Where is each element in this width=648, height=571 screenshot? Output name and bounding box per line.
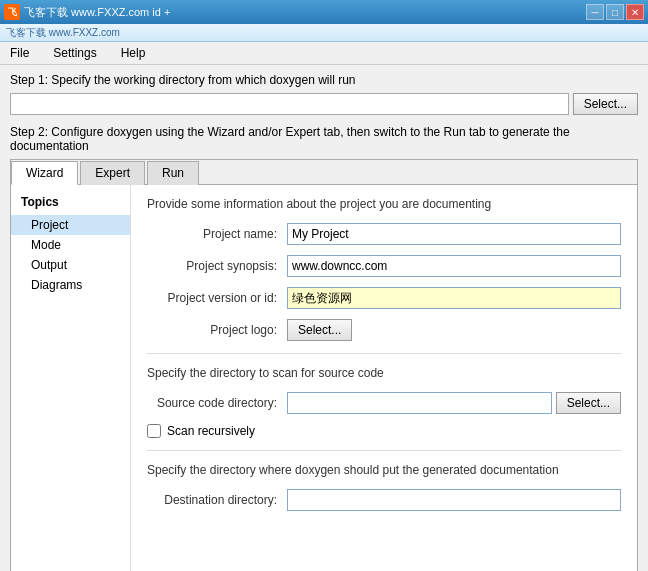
divider1: [147, 353, 621, 354]
project-name-row: Project name:: [147, 223, 621, 245]
step2-label: Step 2: Configure doxygen using the Wiza…: [10, 125, 638, 153]
section2-title: Specify the directory to scan for source…: [147, 366, 621, 380]
working-dir-select-btn[interactable]: Select...: [573, 93, 638, 115]
project-synopsis-label: Project synopsis:: [147, 259, 287, 273]
project-synopsis-row: Project synopsis:: [147, 255, 621, 277]
section1-title: Provide some information about the proje…: [147, 197, 621, 211]
project-name-label: Project name:: [147, 227, 287, 241]
sidebar-item-project[interactable]: Project: [11, 215, 130, 235]
dest-dir-input[interactable]: [287, 489, 621, 511]
menu-file[interactable]: File: [4, 44, 35, 62]
sidebar-item-diagrams[interactable]: Diagrams: [11, 275, 130, 295]
dest-dir-row: Destination directory:: [147, 489, 621, 511]
source-dir-row: Source code directory: Select...: [147, 392, 621, 414]
source-dir-label: Source code directory:: [147, 396, 287, 410]
wizard-panel: Provide some information about the proje…: [131, 185, 637, 571]
project-version-input[interactable]: [287, 287, 621, 309]
tab-run[interactable]: Run: [147, 161, 199, 185]
tab-wizard[interactable]: Wizard: [11, 161, 78, 185]
divider2: [147, 450, 621, 451]
sidebar-item-output[interactable]: Output: [11, 255, 130, 275]
tab-expert[interactable]: Expert: [80, 161, 145, 185]
source-dir-input[interactable]: [287, 392, 552, 414]
dest-dir-label: Destination directory:: [147, 493, 287, 507]
scan-recursive-row: Scan recursively: [147, 424, 621, 438]
project-version-row: Project version or id:: [147, 287, 621, 309]
minimize-btn[interactable]: ─: [586, 4, 604, 20]
scan-recursive-checkbox[interactable]: [147, 424, 161, 438]
title-bar: 飞 飞客下载 www.FXXZ.com id + ─ □ ✕: [0, 0, 648, 24]
source-dir-select-btn[interactable]: Select...: [556, 392, 621, 414]
menu-settings[interactable]: Settings: [47, 44, 102, 62]
app-icon: 飞: [4, 4, 20, 20]
scan-recursive-label: Scan recursively: [167, 424, 255, 438]
sidebar: Topics Project Mode Output Diagrams: [11, 185, 131, 571]
close-btn[interactable]: ✕: [626, 4, 644, 20]
sidebar-title: Topics: [11, 193, 130, 211]
project-logo-label: Project logo:: [147, 323, 287, 337]
menu-bar: File Settings Help: [0, 42, 648, 65]
menu-help[interactable]: Help: [115, 44, 152, 62]
maximize-btn[interactable]: □: [606, 4, 624, 20]
tab-bar: Wizard Expert Run: [11, 160, 637, 185]
window-title: 飞客下载 www.FXXZ.com id +: [24, 5, 170, 20]
project-logo-row: Project logo: Select...: [147, 319, 621, 341]
project-name-input[interactable]: [287, 223, 621, 245]
ad-bar: 飞客下载 www.FXXZ.com: [0, 24, 648, 42]
section3-title: Specify the directory where doxygen shou…: [147, 463, 621, 477]
project-logo-select-btn[interactable]: Select...: [287, 319, 352, 341]
project-version-label: Project version or id:: [147, 291, 287, 305]
step1-label: Step 1: Specify the working directory fr…: [10, 73, 638, 87]
project-synopsis-input[interactable]: [287, 255, 621, 277]
sidebar-item-mode[interactable]: Mode: [11, 235, 130, 255]
working-dir-input[interactable]: [10, 93, 569, 115]
